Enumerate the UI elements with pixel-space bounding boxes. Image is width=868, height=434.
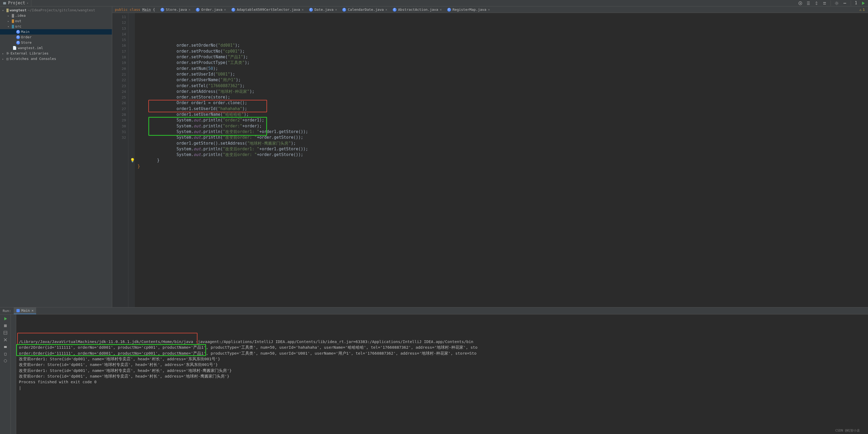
trash-icon[interactable]: [3, 352, 7, 356]
console-line: 改变前order: Store{id='dp001', name='地球村专卖店…: [19, 362, 865, 368]
line-number: 25: [112, 94, 126, 100]
chevron-right-icon: ▸: [2, 57, 5, 61]
editor-tabs: CStore.java×COrder.java×CAdaptableX509Ce…: [158, 7, 857, 12]
line-number: 28: [112, 112, 126, 117]
console-line: Process finished with exit code 0: [19, 379, 865, 385]
line-number: 18: [112, 54, 126, 60]
layout-icon[interactable]: [3, 330, 7, 335]
editor-tab[interactable]: CRegisterMap.java×: [444, 7, 493, 12]
watermark: CSDN @机智小袁: [835, 428, 860, 433]
class-icon: C: [342, 8, 346, 11]
code-content[interactable]: order.setOrderNo("dd001"); order.setProd…: [135, 13, 868, 307]
intention-bulb-icon[interactable]: 💡: [130, 157, 135, 163]
tree-src[interactable]: ▾▇src: [0, 24, 112, 29]
close-icon[interactable]: ×: [189, 7, 190, 12]
tree-label: Scratches and Consoles: [10, 56, 56, 61]
rerun-icon[interactable]: [3, 317, 7, 321]
tree-iml[interactable]: 📄wangtest.iml: [0, 45, 112, 51]
close-icon[interactable]: ×: [488, 7, 490, 12]
stop-icon[interactable]: [3, 324, 7, 328]
print-icon[interactable]: [3, 345, 7, 349]
gear-icon[interactable]: [835, 1, 839, 5]
run-config-icon: [17, 309, 20, 312]
editor-tab[interactable]: CStore.java×: [158, 7, 193, 12]
line-number: 21: [112, 71, 126, 77]
hide-icon[interactable]: [843, 1, 847, 5]
code-line: System.out.println("改变后order: "+order.ge…: [137, 152, 868, 157]
line-number: 15: [112, 37, 126, 42]
tab-label: AbstractAction.java: [398, 7, 438, 12]
line-number: 12: [112, 20, 126, 25]
highlight-green: [148, 117, 267, 136]
code-line: System.out.println("改变后order1: "+order1.…: [137, 146, 868, 152]
warning-icon: ⚠: [859, 7, 862, 12]
run-tab-label: Main: [21, 308, 30, 313]
class-icon: C: [16, 30, 20, 34]
code-line: order.setProductName("产品1");: [137, 54, 868, 60]
tree-order[interactable]: COrder: [0, 34, 112, 40]
class-icon: C: [393, 8, 397, 11]
run-config-number: 1: [855, 0, 857, 6]
collapse-all-icon[interactable]: [823, 1, 827, 5]
editor-tab[interactable]: COrder.java×: [193, 7, 229, 12]
svg-rect-4: [843, 3, 846, 3]
line-number: 29: [112, 117, 126, 123]
svg-point-3: [836, 2, 838, 4]
line-number: 16: [112, 42, 126, 48]
wrench-icon[interactable]: [3, 359, 7, 363]
line-number: 31: [112, 129, 126, 135]
class-icon: C: [16, 35, 20, 39]
run-icon[interactable]: [861, 1, 865, 5]
tree-ext-libs[interactable]: ▸⊪External Libraries: [0, 51, 112, 56]
scratch-icon: ◫: [6, 56, 9, 61]
target-icon[interactable]: [798, 1, 802, 5]
tree-idea[interactable]: ▸▇.idea: [0, 13, 112, 18]
flatten-icon[interactable]: [806, 1, 810, 5]
close-icon[interactable]: ×: [335, 7, 337, 12]
project-tree[interactable]: ▾ ▇ wangtest ~/IdeaProjects/gitclone/wan…: [0, 6, 112, 307]
tree-root[interactable]: ▾ ▇ wangtest ~/IdeaProjects/gitclone/wan…: [0, 7, 112, 13]
line-number: 14: [112, 31, 126, 37]
line-number: 22: [112, 77, 126, 83]
chevron-down-icon: ▾: [7, 25, 11, 29]
editor-tab[interactable]: CDate.java×: [306, 7, 340, 12]
editor-tab[interactable]: CAdaptableX509CertSelector.java×: [229, 7, 306, 12]
line-number: 30: [112, 123, 126, 129]
editor-tab[interactable]: CCalendarDate.java×: [340, 7, 390, 12]
breadcrumb-class: Main: [143, 7, 151, 11]
svg-point-2: [800, 3, 801, 4]
class-icon: C: [231, 8, 235, 11]
code-line: order.setAddress("地球村-种花家");: [137, 89, 868, 94]
tree-scratches[interactable]: ▸◫Scratches and Consoles: [0, 56, 112, 61]
top-toolbar: Project ▾ 1: [0, 0, 868, 6]
close-icon[interactable]: ×: [224, 7, 226, 12]
project-tool-label[interactable]: Project ▾: [0, 0, 31, 6]
problems-indicator[interactable]: ⚠ 1: [856, 7, 868, 12]
close-icon[interactable]: ×: [32, 308, 34, 313]
svg-rect-5: [17, 309, 20, 312]
tree-store[interactable]: CStore: [0, 40, 112, 45]
console-line: 改变后order1: Store{id='dp001', name='地球村专卖…: [19, 368, 865, 374]
class-icon: C: [196, 8, 199, 11]
line-number: 20: [112, 66, 126, 71]
svg-rect-0: [3, 2, 6, 4]
tree-main[interactable]: CMain: [0, 29, 112, 34]
close-icon[interactable]: ×: [302, 7, 304, 12]
highlight-red: [148, 100, 267, 112]
console-highlight-red: [17, 333, 197, 345]
line-number: 32: [112, 135, 126, 140]
close-icon[interactable]: ×: [440, 7, 442, 12]
separator: [851, 1, 851, 6]
exit-icon[interactable]: [3, 338, 7, 342]
run-tab-main[interactable]: Main ×: [14, 308, 36, 314]
console-output[interactable]: /Library/Java/JavaVirtualMachines/jdk-11…: [16, 314, 868, 434]
close-icon[interactable]: ×: [385, 7, 388, 12]
tree-out[interactable]: ▸▇out: [0, 18, 112, 24]
code-editor[interactable]: 1112131415161718192021222324252627282930…: [112, 13, 868, 307]
tab-label: CalendarDate.java: [348, 7, 383, 12]
editor-tab[interactable]: CAbstractAction.java×: [390, 7, 444, 12]
expand-icon[interactable]: [814, 1, 819, 5]
line-number: 23: [112, 83, 126, 89]
class-icon: C: [447, 8, 451, 11]
run-tab-row: Run: Main ×: [0, 308, 868, 314]
